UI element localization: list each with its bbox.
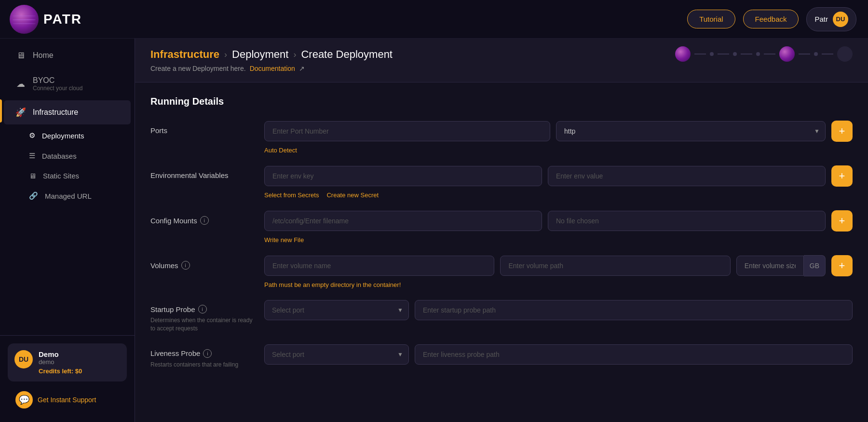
user-avatar: DU	[833, 12, 848, 27]
liveness-probe-port-select[interactable]	[264, 344, 409, 365]
volumes-label: Volumes i	[150, 255, 257, 270]
config-mounts-label: Config Mounts i	[150, 210, 257, 225]
home-icon: 🖥	[15, 50, 26, 61]
breadcrumb-desc: Create a new Deployment here. Documentat…	[150, 65, 853, 72]
breadcrumb-create: Create Deployment	[301, 48, 393, 61]
port-number-input[interactable]	[264, 121, 550, 141]
config-mounts-controls: No file chosen + Write new File	[264, 210, 853, 244]
sidebar-item-static-sites[interactable]: 🖥 Static Sites	[0, 166, 135, 186]
startup-probe-row: Startup Probe i Determines when the cont…	[150, 300, 853, 333]
volumes-hint: Path must be an empty directory in the c…	[264, 281, 853, 288]
user-info-handle: demo	[39, 358, 82, 366]
liveness-probe-path-input[interactable]	[415, 344, 853, 365]
sidebar-label-home: Home	[33, 51, 54, 60]
startup-probe-port-select[interactable]	[264, 300, 409, 320]
breadcrumb-desc-text: Create a new Deployment here.	[150, 65, 246, 72]
user-info-card: DU Demo demo Credits left: $0	[8, 343, 127, 381]
sidebar-bottom: DU Demo demo Credits left: $0 💬 Get Inst…	[0, 335, 135, 422]
logo-text: PATR	[43, 12, 82, 27]
content-header: Infrastructure › Deployment › Create Dep…	[135, 39, 868, 82]
volume-size-input[interactable]	[736, 256, 804, 276]
step-7	[837, 46, 853, 62]
step-line-2	[718, 54, 729, 54]
logo: PATR	[0, 0, 135, 39]
sidebar-item-databases[interactable]: ☰ Databases	[0, 146, 135, 166]
breadcrumb-sep-2: ›	[293, 50, 296, 60]
sidebar-item-infrastructure[interactable]: 🚀 Infrastructure	[4, 100, 131, 124]
config-add-button[interactable]: +	[831, 210, 853, 231]
volumes-input-row: GB +	[264, 255, 853, 276]
protocol-select[interactable]: http https tcp udp	[556, 121, 826, 141]
startup-probe-label: Startup Probe i Determines when the cont…	[150, 300, 257, 333]
startup-probe-info-icon: i	[198, 305, 207, 313]
cloud-icon: ☁	[15, 79, 26, 89]
user-info-credits: Credits left: $0	[39, 368, 82, 375]
logo-globe	[10, 5, 39, 34]
step-line-6	[822, 54, 833, 54]
step-line-5	[799, 54, 810, 54]
ports-row: Ports http https tcp udp ▼	[150, 121, 853, 154]
breadcrumb-infrastructure[interactable]: Infrastructure	[150, 48, 219, 61]
env-vars-controls: + Select from Secrets Create new Secret	[264, 165, 853, 199]
volume-path-input[interactable]	[500, 256, 730, 276]
protocol-select-wrapper: http https tcp udp ▼	[556, 121, 826, 141]
step-line-4	[764, 54, 775, 54]
support-icon: 💬	[15, 391, 33, 408]
sidebar-label-static-sites: Static Sites	[43, 172, 79, 180]
new-secret-hint[interactable]: Create new Secret	[326, 191, 379, 199]
step-6-dot	[814, 52, 818, 56]
sidebar-item-infrastructure-wrapper: 🚀 Infrastructure	[0, 99, 135, 125]
sidebar-item-byoc[interactable]: ☁ BYOC Connect your cloud	[4, 69, 131, 98]
doc-link[interactable]: Documentation	[250, 65, 295, 72]
user-name: Patr	[814, 15, 828, 23]
startup-probe-input-row: ▼ Select port	[264, 300, 853, 320]
ports-hint: Auto Detect	[264, 147, 853, 154]
ports-label: Ports	[150, 121, 257, 135]
liveness-probe-select-wrap: ▼ Select port	[264, 344, 409, 365]
ports-input-row: http https tcp udp ▼ +	[264, 121, 853, 142]
startup-probe-select-wrap: ▼ Select port	[264, 300, 409, 320]
managed-url-icon: 🔗	[29, 191, 38, 200]
sidebar-item-deployments[interactable]: ⚙ Deployments	[0, 125, 135, 146]
volumes-row: Volumes i GB + Path must be an empty dir…	[150, 255, 853, 288]
static-sites-icon: 🖥	[29, 172, 36, 180]
sidebar-item-managed-url[interactable]: 🔗 Managed URL	[0, 186, 135, 206]
breadcrumb-sep-1: ›	[224, 50, 227, 60]
config-path-input[interactable]	[264, 211, 542, 231]
rocket-icon: 🚀	[15, 107, 26, 118]
volume-name-input[interactable]	[264, 256, 494, 276]
sidebar-label-databases: Databases	[42, 152, 77, 160]
form-section: Running Details Ports http https tcp	[135, 82, 868, 394]
external-link-icon: ↗	[299, 65, 305, 72]
env-vars-row: Environmental Variables + Select from Se…	[150, 165, 853, 199]
config-mounts-input-row: No file chosen +	[264, 210, 853, 231]
liveness-probe-input-row: ▼ Select port	[264, 344, 853, 365]
liveness-probe-desc: Restarts containers that are failing	[150, 361, 238, 369]
user-info-name: Demo	[39, 350, 82, 358]
startup-probe-path-input[interactable]	[415, 300, 853, 320]
env-vars-hints: Select from Secrets Create new Secret	[264, 190, 853, 199]
support-button[interactable]: 💬 Get Instant Support	[8, 385, 127, 414]
env-vars-label: Environmental Variables	[150, 165, 257, 179]
file-choose-button[interactable]: No file chosen	[548, 211, 826, 231]
sidebar-sublabel-byoc: Connect your cloud	[33, 85, 82, 92]
user-chip[interactable]: Patr DU	[806, 7, 856, 31]
config-hint[interactable]: Write new File	[264, 236, 853, 244]
feedback-button[interactable]: Feedback	[743, 10, 799, 28]
ports-add-button[interactable]: +	[831, 121, 853, 142]
gb-label: GB	[804, 255, 826, 276]
databases-icon: ☰	[29, 151, 35, 160]
sidebar-label-byoc: BYOC	[33, 76, 82, 85]
sidebar-item-home[interactable]: 🖥 Home	[4, 43, 131, 68]
tutorial-button[interactable]: Tutorial	[687, 10, 735, 28]
env-add-button[interactable]: +	[831, 165, 853, 187]
liveness-probe-controls: ▼ Select port	[264, 344, 853, 365]
step-2-dot	[710, 52, 714, 56]
step-indicators	[675, 46, 853, 62]
volumes-controls: GB + Path must be an empty directory in …	[264, 255, 853, 288]
env-key-input[interactable]	[264, 166, 542, 186]
step-line-3	[741, 54, 752, 54]
volumes-add-button[interactable]: +	[831, 255, 853, 276]
secrets-hint[interactable]: Select from Secrets	[264, 191, 319, 199]
env-value-input[interactable]	[548, 166, 826, 186]
